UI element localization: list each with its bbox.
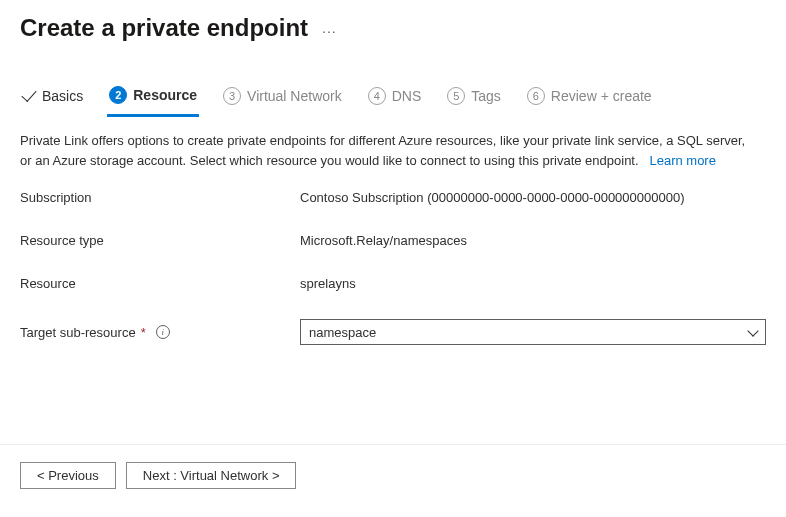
next-button[interactable]: Next : Virtual Network >	[126, 462, 297, 489]
tab-review[interactable]: 6 Review + create	[525, 81, 654, 117]
resource-type-value: Microsoft.Relay/namespaces	[300, 233, 766, 248]
target-sub-resource-select[interactable]: namespace	[300, 319, 766, 345]
subscription-label: Subscription	[20, 190, 300, 205]
tab-basics-label: Basics	[42, 88, 83, 104]
chevron-down-icon	[747, 327, 757, 337]
info-icon[interactable]: i	[156, 325, 170, 339]
tab-resource-label: Resource	[133, 87, 197, 103]
tab-review-label: Review + create	[551, 88, 652, 104]
wizard-tabs: Basics 2 Resource 3 Virtual Network 4 DN…	[0, 50, 786, 117]
required-asterisk: *	[141, 325, 146, 340]
tab-number-2: 2	[109, 86, 127, 104]
tab-number-5: 5	[447, 87, 465, 105]
description-text: Private Link offers options to create pr…	[20, 131, 750, 170]
tab-virtual-network[interactable]: 3 Virtual Network	[221, 81, 344, 117]
tab-basics[interactable]: Basics	[20, 82, 85, 116]
subscription-value: Contoso Subscription (00000000-0000-0000…	[300, 190, 766, 205]
tab-number-4: 4	[368, 87, 386, 105]
footer-divider	[0, 444, 786, 445]
page-title: Create a private endpoint	[20, 14, 308, 42]
tab-number-6: 6	[527, 87, 545, 105]
tab-resource[interactable]: 2 Resource	[107, 80, 199, 117]
more-actions-icon[interactable]: ···	[322, 17, 337, 39]
tab-dns-label: DNS	[392, 88, 422, 104]
target-sub-resource-value: namespace	[309, 325, 376, 340]
description-body: Private Link offers options to create pr…	[20, 133, 745, 168]
tab-tags-label: Tags	[471, 88, 501, 104]
resource-type-label: Resource type	[20, 233, 300, 248]
tab-tags[interactable]: 5 Tags	[445, 81, 503, 117]
previous-button[interactable]: < Previous	[20, 462, 116, 489]
learn-more-link[interactable]: Learn more	[649, 153, 715, 168]
resource-value: sprelayns	[300, 276, 766, 291]
target-sub-resource-label: Target sub-resource * i	[20, 325, 300, 340]
tab-dns[interactable]: 4 DNS	[366, 81, 424, 117]
tab-vnet-label: Virtual Network	[247, 88, 342, 104]
tab-number-3: 3	[223, 87, 241, 105]
checkmark-icon	[21, 86, 36, 102]
target-sub-label-text: Target sub-resource	[20, 325, 136, 340]
resource-label: Resource	[20, 276, 300, 291]
